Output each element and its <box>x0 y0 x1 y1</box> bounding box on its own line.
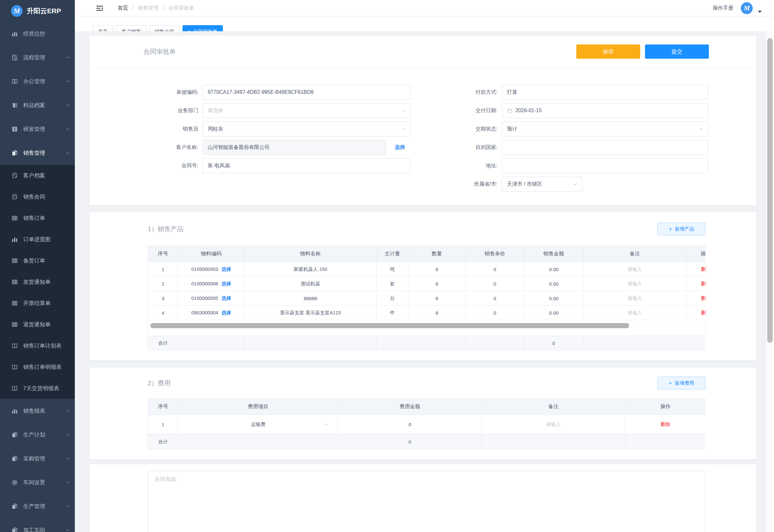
payment-method-input[interactable] <box>507 89 703 95</box>
delete-product-link[interactable]: 删除 <box>701 310 706 315</box>
sidebar-item-经营总控[interactable]: 经营总控 <box>0 22 75 45</box>
product-remark-input[interactable]: 请输入 <box>583 277 687 291</box>
sidebar-item-label: 采购管理 <box>23 455 60 462</box>
save-button[interactable]: 保存 <box>576 44 640 59</box>
delete-product-link[interactable]: 删除 <box>701 266 706 272</box>
vertical-scrollbar-thumb[interactable] <box>767 38 773 343</box>
address-input[interactable] <box>507 163 703 169</box>
tab-合同审批单[interactable]: 合同审批单 <box>183 25 223 31</box>
menu-fold-icon[interactable] <box>96 5 103 11</box>
field-dest-country: 目的国家: <box>412 140 708 155</box>
fees-col-header: 序号 <box>148 399 178 415</box>
contract-terms-textarea[interactable]: 合同条款 <box>148 471 706 532</box>
doc-code-input[interactable] <box>208 89 405 95</box>
contract-form-card: 合同审批单 保存 提交 单据编码: 业务部门 请选择 <box>89 35 756 205</box>
customer-select-link[interactable]: 选择 <box>395 144 405 151</box>
product-qty[interactable]: 8 <box>408 277 466 291</box>
delete-product-link[interactable]: 删除 <box>701 295 706 301</box>
sidebar-item-销售订单明细表[interactable]: 销售订单明细表 <box>0 356 75 378</box>
product-price[interactable]: 0 <box>466 277 524 291</box>
sidebar-item-备货订单[interactable]: 备货订单 <box>0 250 75 271</box>
sidebar-item-生产计划[interactable]: 生产计划 <box>0 423 75 447</box>
submit-button[interactable]: 提交 <box>645 44 709 59</box>
sidebar-item-退货通知单[interactable]: 退货通知单 <box>0 314 75 335</box>
horizontal-scrollbar-thumb[interactable] <box>150 323 629 328</box>
product-remark-input[interactable]: 请输入 <box>583 306 687 320</box>
field-label: 交期状态: <box>412 126 502 133</box>
sidebar-item-label: 备货订单 <box>23 257 70 264</box>
delete-fee-link[interactable]: 删除 <box>661 421 670 427</box>
product-remark-input[interactable]: 请输入 <box>583 262 687 277</box>
sidebar-item-采购管理[interactable]: 采购管理 <box>0 447 75 470</box>
fee-row: 1运输费0请输入删除 <box>148 415 706 434</box>
sidebar-item-销售订单计划表[interactable]: 销售订单计划表 <box>0 335 75 356</box>
department-select[interactable]: 请选择 <box>203 103 411 118</box>
breadcrumb-current: 合同审批单 <box>168 5 194 12</box>
salesperson-select[interactable]: 周桂东 <box>203 122 411 136</box>
select-material-link[interactable]: 选择 <box>222 281 231 286</box>
fees-total-row: 合计0 <box>148 434 706 449</box>
table-grid-icon <box>12 258 18 264</box>
tab-客户档案[interactable]: 客户档案 <box>116 25 146 31</box>
breadcrumb-home[interactable]: 首页 <box>118 5 128 12</box>
select-material-link[interactable]: 选择 <box>222 266 231 272</box>
product-no: 2 <box>148 277 178 291</box>
app-title: 升阳云ERP <box>27 6 61 15</box>
sidebar-item-料品档案[interactable]: 料品档案 <box>0 93 75 117</box>
manual-link[interactable]: 操作手册 <box>713 5 733 12</box>
product-qty[interactable]: 8 <box>408 291 466 306</box>
tab-销售合同[interactable]: 销售合同 <box>149 25 180 31</box>
chevron-down-icon <box>65 79 70 84</box>
sidebar-item-客户档案[interactable]: 客户档案 <box>0 165 75 186</box>
sidebar-item-销售管理[interactable]: 销售管理 <box>0 141 75 165</box>
breadcrumb-sales-management[interactable]: 销售管理 <box>138 5 158 12</box>
sidebar-item-办公管理[interactable]: 办公管理 <box>0 69 75 93</box>
sidebar-item-生产管理[interactable]: 生产管理 <box>0 494 75 518</box>
sidebar-item-流程管理[interactable]: 流程管理 <box>0 45 75 69</box>
sidebar-item-研发管理[interactable]: 研发管理 <box>0 117 75 141</box>
select-material-link[interactable]: 选择 <box>222 310 231 315</box>
add-product-button[interactable]: + 新增产品 <box>657 222 706 235</box>
sidebar-item-订单进度图[interactable]: 订单进度图 <box>0 229 75 250</box>
field-label: 销售员 <box>89 126 203 133</box>
sidebar-item-销售订单[interactable]: 销售订单 <box>0 207 75 229</box>
page-title: 合同审批单 <box>144 47 176 56</box>
user-avatar[interactable]: M <box>741 2 753 14</box>
sidebar-item-销售合同[interactable]: 销售合同 <box>0 186 75 207</box>
contract-no-input[interactable] <box>208 163 405 169</box>
fee-item-select[interactable]: 运输费 <box>178 415 338 434</box>
province-city-select[interactable]: 天津市 / 市辖区 <box>502 177 582 192</box>
user-menu-caret-icon[interactable] <box>758 11 762 13</box>
product-row: 10105000003选择家庭机器人 150吨800.00请输入删除 <box>148 262 706 277</box>
product-qty[interactable]: 8 <box>408 262 466 277</box>
add-fee-button[interactable]: + 新增费用 <box>657 377 706 389</box>
fee-amount[interactable]: 0 <box>338 415 482 434</box>
table-grid-icon <box>12 279 18 285</box>
product-price[interactable]: 0 <box>466 306 524 320</box>
delivery-status-select[interactable]: 预计 <box>502 122 708 136</box>
sidebar-item-加工车间[interactable]: 加工车间 <box>0 518 75 532</box>
product-name: 测试机器 <box>244 277 377 291</box>
tab-首页[interactable]: 首页 <box>93 25 113 31</box>
fees-col-header: 操作 <box>625 399 706 415</box>
sidebar-item-销售报表[interactable]: 销售报表 <box>0 399 75 423</box>
product-qty[interactable]: 8 <box>408 306 466 320</box>
sidebar-item-7天交货明细表[interactable]: 7天交货明细表 <box>0 378 75 399</box>
sidebar-item-发货通知单[interactable]: 发货通知单 <box>0 271 75 292</box>
product-price[interactable]: 0 <box>466 291 524 306</box>
app-logo[interactable]: M 升阳云ERP <box>0 0 75 22</box>
plus-icon: + <box>669 226 672 232</box>
delivery-date-picker[interactable]: 2026-01-15 <box>502 103 708 118</box>
dest-country-input[interactable] <box>507 144 703 150</box>
sidebar-item-车间设置[interactable]: 车间设置 <box>0 470 75 494</box>
fee-remark-input[interactable]: 请输入 <box>482 415 625 434</box>
fees-total: 合计0 <box>148 435 706 449</box>
products-col-header: 备注 <box>583 246 687 262</box>
main-area: 首页 / 销售管理 / 合同审批单 操作手册 M 首页客户档案销售合同合同审批单… <box>75 0 774 532</box>
pages-icon <box>12 456 18 462</box>
product-remark-input[interactable]: 请输入 <box>583 291 687 306</box>
select-material-link[interactable]: 选择 <box>222 295 231 301</box>
delete-product-link[interactable]: 删除 <box>701 281 706 286</box>
sidebar-item-开票结算单[interactable]: 开票结算单 <box>0 292 75 314</box>
product-price[interactable]: 0 <box>466 262 524 277</box>
